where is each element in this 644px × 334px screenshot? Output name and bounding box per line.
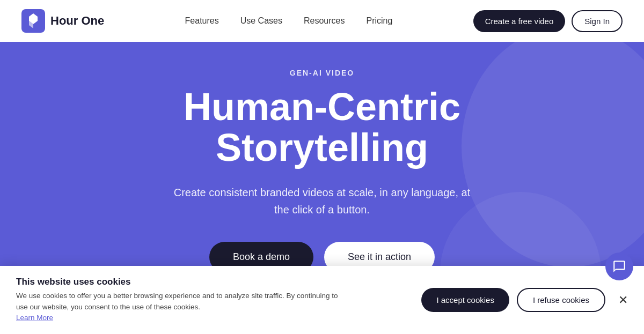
cookie-close-button[interactable]: ✕ [618,293,628,307]
cookie-banner: This website uses cookies We use cookies… [0,266,644,334]
cookie-description: We use cookies to offer you a better bro… [16,291,349,323]
hero-section: GEN-AI VIDEO Human-Centric Storytelling … [0,42,644,299]
cookie-title: This website uses cookies [16,277,349,287]
nav-pricing[interactable]: Pricing [366,16,392,26]
logo-icon [21,9,45,33]
chat-icon [612,259,626,273]
nav-use-cases[interactable]: Use Cases [240,16,282,26]
chat-bubble-button[interactable] [605,253,633,280]
navbar: Hour One Features Use Cases Resources Pr… [0,0,644,42]
logo-text: Hour One [50,14,104,27]
sign-in-button[interactable]: Sign In [572,10,623,32]
hero-description: Create consistent branded videos at scal… [166,184,478,218]
cookie-actions: I accept cookies I refuse cookies ✕ [421,288,628,312]
refuse-cookies-button[interactable]: I refuse cookies [517,288,605,312]
logo[interactable]: Hour One [21,9,104,33]
nav-actions: Create a free video Sign In [473,10,623,32]
cookie-learn-more-link[interactable]: Learn More [16,314,53,322]
cookie-text: This website uses cookies We use cookies… [16,277,349,323]
nav-resources[interactable]: Resources [304,16,345,26]
create-free-video-button[interactable]: Create a free video [473,10,566,32]
hero-eyebrow: GEN-AI VIDEO [290,69,354,77]
nav-links: Features Use Cases Resources Pricing [185,16,393,26]
close-icon: ✕ [618,293,628,307]
nav-features[interactable]: Features [185,16,219,26]
accept-cookies-button[interactable]: I accept cookies [421,288,509,312]
